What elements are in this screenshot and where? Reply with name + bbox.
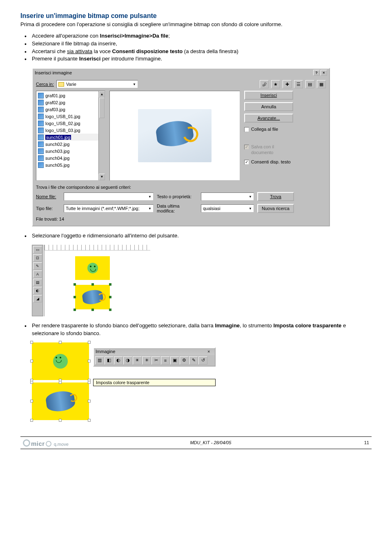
close-button[interactable]: × <box>321 70 327 76</box>
file-row[interactable]: logo_USB_01.jpg <box>37 113 104 120</box>
file-row[interactable]: graf01.jpg <box>37 92 104 99</box>
tool-icon[interactable]: ▭ <box>33 246 42 253</box>
insert-image-dialog: Inserisci immagine ? × Cerca in: Varie ▼… <box>32 68 330 226</box>
scroll-down-icon[interactable]: ▼ <box>99 174 105 180</box>
instruction-item: Premere il pulsante Inserisci per introd… <box>20 55 372 63</box>
line-style-icon[interactable]: ≡ <box>161 356 170 365</box>
scrollbar-vertical[interactable]: ▲ ▼ <box>98 91 105 180</box>
file-name: logo_USB_03.jpg <box>45 128 80 133</box>
file-name: logo_USB_01.jpg <box>45 114 80 119</box>
contrast-down-icon[interactable]: ◑ <box>123 356 132 365</box>
new-search-button[interactable]: Nuova ricerca <box>257 204 294 213</box>
file-icon <box>38 107 44 112</box>
allow-text-wrap-label: Consenti disp. testo <box>251 159 291 165</box>
filetype-field[interactable]: Tutte le immagini (*.emf;*.WMF;*.jpg;▼ <box>64 204 154 213</box>
details-view-icon[interactable]: ▤ <box>305 80 314 88</box>
file-icon <box>38 148 44 154</box>
save-with-doc-label: Salva con il documento <box>251 144 293 155</box>
dialog-title: Inserisci immagine <box>35 70 72 75</box>
link-file-label: Collega al file <box>251 127 278 132</box>
crop-icon[interactable]: ✂ <box>151 356 160 365</box>
image-toolbar-title: Immagine <box>96 349 115 354</box>
file-name: sunch05.jpg <box>45 163 69 168</box>
filename-label: Nome file: <box>36 194 60 199</box>
brightness-up-icon[interactable]: ☀ <box>133 356 142 365</box>
tool-icon[interactable]: ✎ <box>33 262 42 270</box>
file-name: graf03.jpg <box>45 107 65 112</box>
allow-text-wrap-checkbox[interactable] <box>244 160 249 165</box>
file-icon <box>38 93 44 98</box>
contrast-up-icon[interactable]: ◐ <box>114 356 123 365</box>
filename-field[interactable]: ▼ <box>64 192 154 201</box>
brand-logo: micr q.move <box>23 438 69 447</box>
instruction-item: Accertarsi che sia attivata la voce Cons… <box>20 48 372 56</box>
selection-handles[interactable] <box>74 283 111 311</box>
button-object-1 <box>75 256 110 280</box>
date-mod-field[interactable]: qualsiasi▼ <box>201 204 254 213</box>
set-transparent-color-icon[interactable]: ✎ <box>189 356 198 365</box>
tool-icon[interactable]: ◐ <box>33 287 42 294</box>
format-picture-icon[interactable]: ⚙ <box>180 356 189 365</box>
file-name: sunch03.jpg <box>45 149 69 154</box>
dialog-titlebar: Inserisci immagine ? × <box>33 69 329 77</box>
reset-picture-icon[interactable]: ↺ <box>198 356 207 365</box>
find-button[interactable]: Trova <box>257 192 294 201</box>
file-name: logo_USB_02.jpg <box>45 121 80 126</box>
file-row[interactable]: logo_USB_03.jpg <box>37 127 104 134</box>
instruction-item: Per rendere trasparente lo sfondo bianco… <box>20 322 372 338</box>
tool-icon[interactable]: A <box>33 271 42 278</box>
advanced-button[interactable]: Avanzate... <box>244 114 293 123</box>
file-row[interactable]: sunch04.jpg <box>37 154 104 161</box>
up-folder-icon[interactable]: ⮵ <box>260 80 269 88</box>
date-mod-label: Data ultima modifica: <box>157 204 198 213</box>
instruction-list-2: Selezionare l'oggetto e ridimensionarlo … <box>20 232 372 240</box>
preview-image <box>138 109 212 162</box>
file-row[interactable]: sunch03.jpg <box>37 148 104 154</box>
instruction-item: Selezionare l'oggetto e ridimensionarlo … <box>20 232 372 240</box>
grayscale-icon[interactable]: ◧ <box>105 356 114 365</box>
scroll-up-icon[interactable]: ▲ <box>99 91 105 98</box>
search-caption: Trova i file che corrispondono ai seguen… <box>36 185 326 190</box>
intro-text: Prima di procedere con l'operazione si c… <box>20 21 372 28</box>
file-icon <box>38 134 44 140</box>
file-name: graf01.jpg <box>45 93 65 98</box>
list-view-icon[interactable]: ☰ <box>294 80 303 88</box>
file-row[interactable]: graf02.jpg <box>37 99 104 106</box>
instruction-list-3: Per rendere trasparente lo sfondo bianco… <box>20 322 372 338</box>
brightness-down-icon[interactable]: ✳ <box>142 356 151 365</box>
file-name: sunch04.jpg <box>45 156 69 161</box>
file-row[interactable]: sunch01.jpg <box>37 134 104 141</box>
filetype-label: Tipo file: <box>36 206 60 211</box>
preview-view-icon[interactable]: ▦ <box>317 80 326 88</box>
file-row[interactable]: sunch05.jpg <box>37 161 104 168</box>
preview-pane <box>109 91 240 181</box>
text-prop-field[interactable]: ▼ <box>201 192 254 201</box>
transparency-example: Immagine × ▥ ◧ ◐ ◑ ☀ ✳ ✂ ≡ ▣ ⚙ ✎ ↺ Impos… <box>32 342 372 420</box>
tool-icon[interactable]: ◢ <box>33 295 42 302</box>
cancel-button[interactable]: Annulla <box>244 102 293 111</box>
new-folder-icon[interactable]: ✚ <box>283 80 292 88</box>
text-prop-label: Testo o proprietà: <box>157 194 198 199</box>
insert-button[interactable]: Inserisci <box>244 91 293 100</box>
close-button[interactable]: × <box>207 349 213 354</box>
tool-icon[interactable]: ⊡ <box>33 254 42 262</box>
smiley-icon <box>53 354 68 369</box>
bitmap-object <box>45 389 76 413</box>
file-row[interactable]: logo_USB_02.jpg <box>37 120 104 127</box>
file-icon <box>38 141 44 147</box>
tool-icon[interactable]: ▤ <box>33 279 42 286</box>
instruction-item: Accedere all'operazione con Inserisci>Im… <box>20 32 372 40</box>
file-icon <box>38 114 44 119</box>
folder-icon <box>58 82 64 87</box>
color-mode-icon[interactable]: ▥ <box>95 356 104 365</box>
text-wrap-icon[interactable]: ▣ <box>170 356 179 365</box>
file-list[interactable]: graf01.jpggraf02.jpggraf03.jpglogo_USB_0… <box>36 91 105 181</box>
link-file-checkbox[interactable] <box>244 127 249 132</box>
help-button[interactable]: ? <box>313 70 320 76</box>
file-row[interactable]: sunch02.jpg <box>37 141 104 148</box>
scroll-thumb[interactable] <box>99 98 105 118</box>
favorites-icon[interactable]: ★ <box>271 80 280 88</box>
editor-canvas <box>44 245 150 316</box>
look-in-dropdown[interactable]: Varie ▼ <box>56 80 138 88</box>
file-row[interactable]: graf03.jpg <box>37 106 104 113</box>
